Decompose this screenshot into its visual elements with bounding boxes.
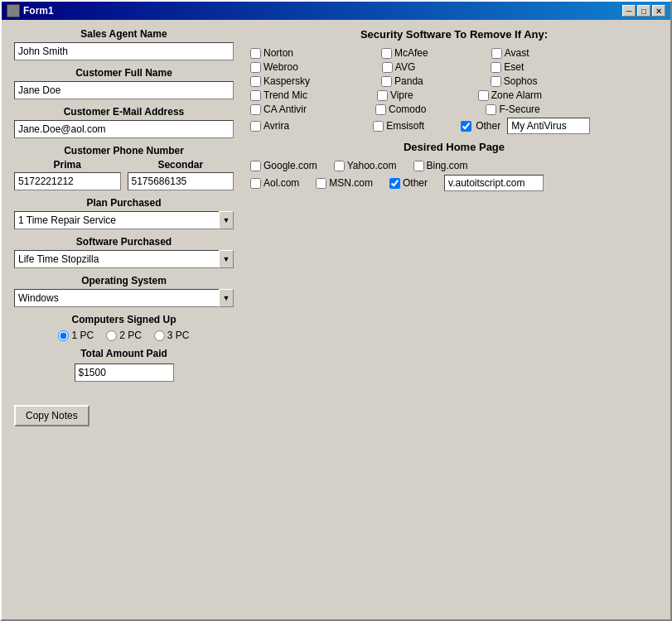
cb-eset-input[interactable] — [491, 62, 501, 73]
cb-caantivirus-input[interactable] — [250, 104, 261, 115]
cb-panda-input[interactable] — [381, 76, 392, 87]
title-bar: Form1 ─ □ ✕ — [2, 2, 670, 20]
radio-3pc[interactable]: 3 PC — [154, 330, 190, 341]
homepage-row-2: Aol.com MSN.com Other — [250, 175, 658, 191]
cb-eset[interactable]: Eset — [491, 61, 524, 73]
customer-email-input[interactable] — [14, 120, 234, 138]
total-group: Total Amount Paid — [14, 348, 234, 382]
security-title: Security Software To Remove If Any: — [250, 28, 658, 41]
cb-yahoo[interactable]: Yahoo.com — [334, 160, 397, 171]
cb-fsecure[interactable]: F-Secure — [486, 104, 539, 115]
cb-kaspersky-input[interactable] — [250, 76, 261, 87]
customer-name-label: Customer Full Name — [14, 67, 234, 79]
cb-bing-input[interactable] — [413, 161, 424, 171]
cb-homepage-other-input[interactable] — [389, 178, 400, 189]
cb-norton[interactable]: Norton — [250, 47, 293, 59]
cb-vipre[interactable]: Vipre — [377, 89, 413, 101]
close-button[interactable]: ✕ — [652, 5, 665, 17]
cb-avast-input[interactable] — [491, 48, 502, 59]
cb-sophos-label: Sophos — [504, 75, 538, 87]
cb-security-other[interactable]: Other — [461, 120, 500, 132]
cb-msn[interactable]: MSN.com — [316, 177, 373, 189]
cb-sophos-input[interactable] — [491, 76, 501, 87]
cb-mcafee[interactable]: McAfee — [381, 47, 428, 59]
radio-3pc-label: 3 PC — [167, 330, 190, 341]
cb-caantivirus[interactable]: CA Antivir — [250, 104, 307, 115]
cb-avrira-input[interactable] — [250, 121, 261, 132]
cb-avg-input[interactable] — [382, 62, 393, 73]
cb-vipre-input[interactable] — [377, 90, 388, 101]
cb-avast[interactable]: Avast — [491, 47, 529, 59]
cb-sophos[interactable]: Sophos — [491, 75, 538, 87]
cb-bing[interactable]: Bing.com — [413, 160, 468, 171]
customer-name-group: Customer Full Name — [14, 67, 234, 99]
customer-name-input[interactable] — [14, 81, 234, 99]
software-dropdown-wrapper: Life Time Stopzilla Annual Stopzilla Non… — [14, 250, 234, 268]
maximize-button[interactable]: □ — [637, 5, 650, 17]
cb-webroo[interactable]: Webroo — [250, 61, 298, 73]
cb-yahoo-label: Yahoo.com — [347, 160, 397, 171]
cb-google-input[interactable] — [250, 161, 261, 171]
cb-google[interactable]: Google.com — [250, 160, 317, 171]
cb-homepage-other-label: Other — [403, 177, 428, 189]
radio-2pc-input[interactable] — [106, 330, 117, 341]
cb-homepage-other[interactable]: Other — [389, 177, 428, 189]
cb-emsisoft[interactable]: Emsisoft — [373, 120, 424, 132]
cb-zonealarm[interactable]: Zone Alarm — [478, 89, 542, 101]
title-buttons: ─ □ ✕ — [622, 5, 665, 17]
cb-comodo-input[interactable] — [375, 104, 386, 115]
primary-phone-input[interactable] — [14, 172, 121, 190]
cb-webroo-input[interactable] — [250, 62, 261, 73]
cb-msn-input[interactable] — [316, 178, 326, 189]
cb-bing-label: Bing.com — [427, 160, 468, 171]
cb-comodo[interactable]: Comodo — [375, 104, 426, 115]
cb-webroo-label: Webroo — [263, 61, 298, 73]
cb-norton-input[interactable] — [250, 48, 261, 59]
radio-1pc-input[interactable] — [58, 330, 69, 341]
cb-avrira[interactable]: Avrira — [250, 120, 289, 132]
cb-mcafee-input[interactable] — [381, 48, 392, 59]
window-title: Form1 — [23, 5, 54, 17]
cb-avast-label: Avast — [505, 47, 529, 59]
os-dropdown[interactable]: Windows Mac Linux — [14, 289, 234, 307]
security-other-input[interactable] — [507, 118, 590, 134]
total-input[interactable] — [75, 363, 174, 382]
cb-aol[interactable]: Aol.com — [250, 177, 299, 189]
secondary-phone-input[interactable] — [128, 172, 234, 190]
minimize-button[interactable]: ─ — [622, 5, 636, 17]
security-row-3: Kaspersky Panda Sophos — [250, 75, 658, 87]
primary-phone-col: Prima — [14, 159, 121, 190]
software-dropdown[interactable]: Life Time Stopzilla Annual Stopzilla Non… — [14, 250, 234, 268]
os-group: Operating System Windows Mac Linux ▼ — [14, 275, 234, 307]
copy-notes-button[interactable]: Copy Notes — [14, 405, 89, 426]
radio-1pc[interactable]: 1 PC — [58, 330, 94, 341]
plan-group: Plan Purchased 1 Time Repair Service Mon… — [14, 197, 234, 229]
cb-zonealarm-input[interactable] — [478, 90, 489, 101]
cb-avg[interactable]: AVG — [382, 61, 415, 73]
cb-fsecure-input[interactable] — [486, 104, 496, 115]
radio-3pc-input[interactable] — [154, 330, 165, 341]
total-label: Total Amount Paid — [14, 348, 234, 359]
cb-aol-input[interactable] — [250, 178, 261, 189]
cb-fsecure-label: F-Secure — [499, 104, 539, 115]
cb-security-other-input[interactable] — [461, 121, 471, 132]
cb-norton-label: Norton — [263, 47, 293, 59]
security-checkboxes-area: Norton McAfee Avast — [250, 47, 658, 134]
computers-radio-group: 1 PC 2 PC 3 PC — [14, 330, 234, 341]
cb-panda[interactable]: Panda — [381, 75, 423, 87]
sales-agent-input[interactable] — [14, 42, 234, 60]
cb-emsisoft-input[interactable] — [373, 121, 384, 132]
primary-phone-label: Prima — [14, 159, 121, 171]
cb-trendmicro-input[interactable] — [250, 90, 261, 101]
cb-caantivirus-label: CA Antivir — [263, 104, 307, 115]
cb-yahoo-input[interactable] — [334, 161, 345, 171]
homepage-other-input[interactable] — [444, 175, 544, 191]
cb-kaspersky[interactable]: Kaspersky — [250, 75, 310, 87]
secondary-phone-col: Secondar — [128, 159, 234, 190]
plan-dropdown[interactable]: 1 Time Repair Service Monthly Plan Annua… — [14, 211, 234, 229]
sales-agent-group: Sales Agent Name — [14, 28, 234, 60]
cb-trendmicro[interactable]: Trend Mic — [250, 89, 307, 101]
plan-dropdown-wrapper: 1 Time Repair Service Monthly Plan Annua… — [14, 211, 234, 229]
radio-2pc[interactable]: 2 PC — [106, 330, 142, 341]
cb-msn-label: MSN.com — [329, 177, 373, 189]
